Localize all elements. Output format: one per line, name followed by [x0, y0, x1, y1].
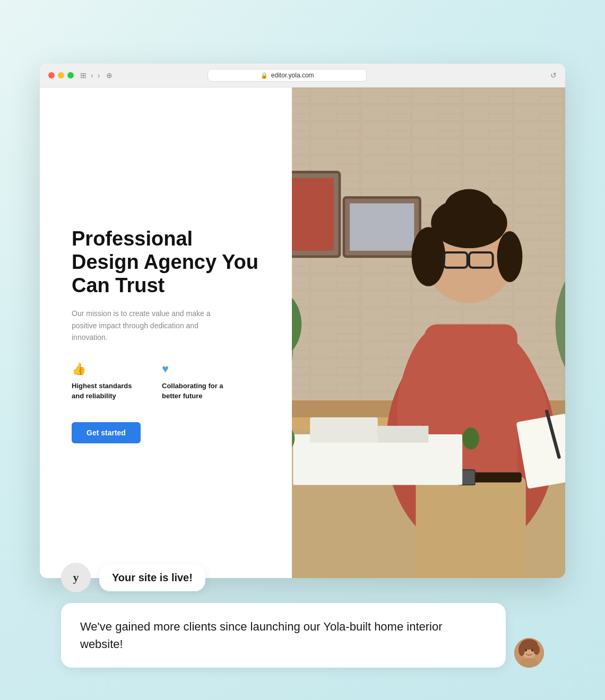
user-avatar-image: [514, 638, 544, 668]
window-controls: [48, 72, 74, 78]
testimonial-text: We've gained more clients since launchin…: [80, 620, 443, 651]
chat-area: y Your site is live! We've gained more c…: [40, 530, 565, 700]
yola-avatar: y: [61, 563, 91, 592]
svg-rect-9: [292, 178, 334, 251]
close-button[interactable]: [48, 72, 55, 78]
hero-left-panel: Professional Design Agency You Can Trust…: [40, 88, 292, 578]
svg-rect-32: [310, 417, 378, 443]
shield-icon: ⊕: [106, 71, 113, 80]
browser-chrome: ⊞ ‹ › ⊕ 🔒 editor.yola.com ↺: [40, 64, 565, 88]
notification-bubble: Your site is live!: [99, 564, 205, 591]
feature-1: 👍 Highest standards and reliability: [72, 362, 141, 400]
maximize-button[interactable]: [67, 72, 74, 78]
feature-2-text: Collaborating for a better future: [162, 381, 231, 400]
reload-button[interactable]: ↺: [550, 71, 557, 80]
feature-2: ♥ Collaborating for a better future: [162, 362, 231, 400]
feature-1-text: Highest standards and reliability: [72, 381, 141, 400]
lock-icon: 🔒: [261, 72, 268, 79]
svg-rect-33: [378, 426, 429, 443]
chat-row-testimonial: We've gained more clients since launchin…: [61, 603, 544, 668]
hero-right-panel: [292, 88, 565, 578]
minimize-button[interactable]: [58, 72, 64, 78]
url-text: editor.yola.com: [271, 72, 314, 79]
svg-point-35: [462, 427, 479, 449]
user-avatar: [514, 638, 544, 668]
svg-point-44: [518, 643, 525, 656]
chat-row-notification: y Your site is live!: [61, 563, 544, 592]
hero-subtitle: Our mission is to create value and make …: [72, 308, 220, 343]
thumbs-up-icon: 👍: [72, 362, 141, 376]
browser-content: Professional Design Agency You Can Trust…: [40, 88, 565, 578]
svg-point-45: [533, 644, 540, 655]
svg-point-47: [525, 649, 527, 652]
svg-point-17: [412, 227, 446, 286]
features-row: 👍 Highest standards and reliability ♥ Co…: [72, 362, 265, 400]
back-icon[interactable]: ‹: [91, 71, 93, 80]
svg-point-48: [531, 649, 533, 652]
svg-rect-11: [350, 203, 414, 250]
address-bar[interactable]: 🔒 editor.yola.com: [208, 69, 367, 82]
testimonial-bubble: We've gained more clients since launchin…: [61, 603, 506, 668]
forward-icon[interactable]: ›: [98, 71, 100, 80]
heart-icon: ♥: [162, 362, 231, 376]
get-started-button[interactable]: Get started: [72, 422, 141, 443]
svg-point-18: [497, 231, 523, 282]
nav-controls: ⊞ ‹ ›: [80, 71, 100, 80]
notification-text: Your site is live!: [112, 572, 193, 583]
sidebar-icon[interactable]: ⊞: [80, 71, 87, 80]
browser-window: ⊞ ‹ › ⊕ 🔒 editor.yola.com ↺ Professional…: [40, 64, 565, 578]
hero-image: [292, 88, 565, 578]
hero-title: Professional Design Agency You Can Trust: [72, 228, 265, 297]
